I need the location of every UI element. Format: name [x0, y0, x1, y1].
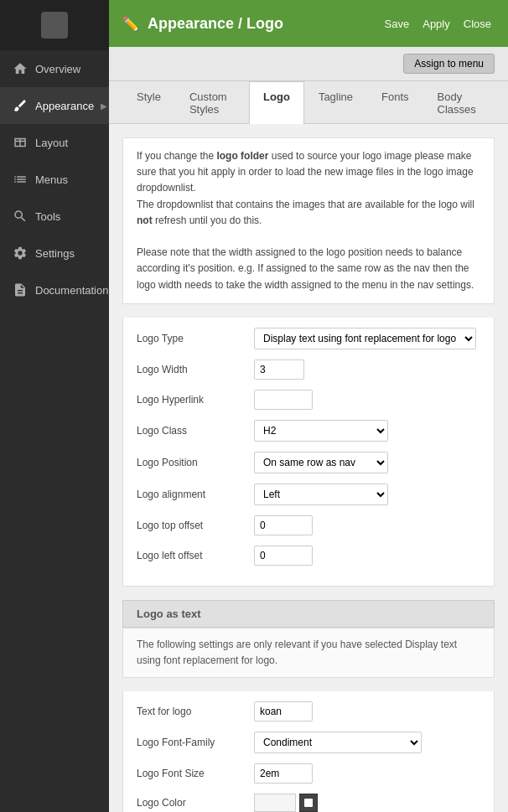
- sidebar-logo: [0, 0, 109, 50]
- svg-rect-0: [304, 799, 313, 807]
- logo-icon: [41, 12, 68, 39]
- logo-alignment-select[interactable]: Left Center Right: [254, 484, 388, 505]
- info-note-text: The following settings are only relevant…: [122, 628, 495, 678]
- logo-position-label: Logo Position: [137, 457, 254, 468]
- logo-font-size-input[interactable]: [254, 763, 313, 784]
- text-for-logo-row: Text for logo: [137, 701, 480, 721]
- wrench-icon: [12, 208, 29, 225]
- logo-class-label: Logo Class: [137, 425, 254, 437]
- content-area: If you change the logo folder used to so…: [109, 124, 508, 812]
- sidebar-item-label: Layout: [35, 137, 68, 149]
- text-for-logo-input[interactable]: [254, 701, 313, 721]
- info-line3: Please note that the width assigned to t…: [137, 245, 480, 293]
- sidebar-item-label: Appearance: [35, 100, 94, 112]
- logo-text-form: Text for logo Logo Font-Family Condiment…: [122, 691, 495, 812]
- tab-custom-styles[interactable]: Custom Styles: [175, 81, 249, 124]
- logo-width-row: Logo Width: [137, 359, 480, 380]
- logo-font-family-control: Condiment Open Sans Roboto: [254, 732, 480, 753]
- tab-tagline[interactable]: Tagline: [304, 81, 367, 124]
- color-picker-button[interactable]: [299, 794, 318, 812]
- logo-left-offset-control: [254, 546, 480, 566]
- sidebar-item-label: Menus: [35, 173, 68, 186]
- logo-width-control: [254, 359, 480, 380]
- logo-type-control: Display text using font replacement for …: [254, 328, 480, 349]
- logo-position-row: Logo Position On same row as nav Above n…: [137, 452, 480, 473]
- sidebar-item-appearance[interactable]: Appearance ▶: [0, 87, 109, 124]
- sidebar-item-label: Overview: [35, 63, 80, 75]
- list-icon: [12, 171, 29, 188]
- sidebar-item-layout[interactable]: Layout: [0, 124, 109, 161]
- sidebar-item-settings[interactable]: Settings: [0, 235, 109, 272]
- pencil-icon: ✏️: [122, 16, 139, 32]
- doc-icon: [12, 282, 29, 298]
- page-header: ✏️ Appearance / Logo Save Apply Close: [109, 0, 508, 47]
- logo-width-label: Logo Width: [137, 364, 254, 375]
- tab-body-classes[interactable]: Body Classes: [423, 81, 495, 124]
- logo-position-control: On same row as nav Above nav Below nav: [254, 452, 480, 473]
- sidebar-item-label: Documentation: [35, 284, 108, 297]
- logo-type-row: Logo Type Display text using font replac…: [137, 328, 480, 349]
- logo-hyperlink-control: [254, 390, 480, 410]
- logo-top-offset-row: Logo top offset: [137, 515, 480, 535]
- logo-top-offset-label: Logo top offset: [137, 520, 254, 531]
- gear-icon: [12, 245, 29, 261]
- logo-font-size-row: Logo Font Size: [137, 763, 480, 784]
- logo-left-offset-input[interactable]: [254, 546, 313, 566]
- logo-position-select[interactable]: On same row as nav Above nav Below nav: [254, 452, 388, 473]
- logo-class-select[interactable]: H2 H1 H3: [254, 420, 388, 442]
- logo-top-offset-input[interactable]: [254, 515, 313, 535]
- logo-font-family-select[interactable]: Condiment Open Sans Roboto: [254, 732, 422, 753]
- sidebar-item-tools[interactable]: Tools: [0, 198, 109, 235]
- logo-type-label: Logo Type: [137, 333, 254, 344]
- logo-font-size-label: Logo Font Size: [137, 768, 254, 779]
- sidebar-item-menus[interactable]: Menus: [0, 161, 109, 198]
- logo-form-top: Logo Type Display text using font replac…: [122, 318, 495, 587]
- assign-to-menu-button[interactable]: Assign to menu: [403, 54, 495, 74]
- logo-as-text-label: Logo as text: [137, 608, 201, 620]
- info-box: If you change the logo folder used to so…: [122, 137, 495, 304]
- logo-class-control: H2 H1 H3: [254, 420, 480, 442]
- tab-fonts[interactable]: Fonts: [367, 81, 423, 124]
- color-preview: [254, 794, 296, 812]
- logo-as-text-section-header: Logo as text: [122, 600, 495, 628]
- text-for-logo-label: Text for logo: [137, 706, 254, 717]
- assign-bar: Assign to menu: [109, 47, 508, 81]
- logo-class-row: Logo Class H2 H1 H3: [137, 420, 480, 442]
- close-button[interactable]: Close: [460, 16, 495, 32]
- header-actions: Save Apply Close: [381, 16, 495, 32]
- sidebar-item-overview[interactable]: Overview: [0, 50, 109, 87]
- main-content: ✏️ Appearance / Logo Save Apply Close As…: [109, 0, 508, 812]
- logo-font-family-row: Logo Font-Family Condiment Open Sans Rob…: [137, 732, 480, 753]
- logo-left-offset-row: Logo left offset: [137, 546, 480, 566]
- apply-button[interactable]: Apply: [419, 16, 454, 32]
- logo-hyperlink-row: Logo Hyperlink: [137, 390, 480, 410]
- sidebar-item-documentation[interactable]: Documentation: [0, 272, 109, 308]
- logo-alignment-row: Logo alignment Left Center Right: [137, 484, 480, 505]
- sidebar-item-label: Tools: [35, 210, 60, 223]
- page-title: Appearance / Logo: [148, 15, 381, 33]
- logo-color-row: Logo Color: [137, 794, 480, 812]
- logo-hyperlink-input[interactable]: [254, 390, 313, 410]
- sidebar-item-label: Settings: [35, 247, 75, 260]
- sidebar: Overview Appearance ▶ Layout Menus Tools…: [0, 0, 109, 812]
- logo-left-offset-label: Logo left offset: [137, 550, 254, 561]
- logo-alignment-control: Left Center Right: [254, 484, 480, 505]
- home-icon: [12, 60, 29, 77]
- paint-icon: [12, 97, 29, 114]
- logo-hyperlink-label: Logo Hyperlink: [137, 394, 254, 406]
- info-line2: The dropdownlist that contains the image…: [137, 197, 480, 229]
- logo-font-family-label: Logo Font-Family: [137, 737, 254, 748]
- info-line1: If you change the logo folder used to so…: [137, 148, 480, 197]
- logo-color-label: Logo Color: [137, 797, 254, 809]
- tab-logo[interactable]: Logo: [249, 81, 304, 124]
- tab-bar: Style Custom Styles Logo Tagline Fonts B…: [109, 81, 508, 124]
- logo-color-control: [254, 794, 480, 812]
- logo-type-select[interactable]: Display text using font replacement for …: [254, 328, 476, 349]
- logo-top-offset-control: [254, 515, 480, 535]
- logo-alignment-label: Logo alignment: [137, 489, 254, 500]
- text-for-logo-control: [254, 701, 480, 721]
- logo-width-input[interactable]: [254, 359, 304, 380]
- layout-icon: [12, 134, 29, 151]
- save-button[interactable]: Save: [381, 16, 413, 32]
- tab-style[interactable]: Style: [122, 81, 175, 124]
